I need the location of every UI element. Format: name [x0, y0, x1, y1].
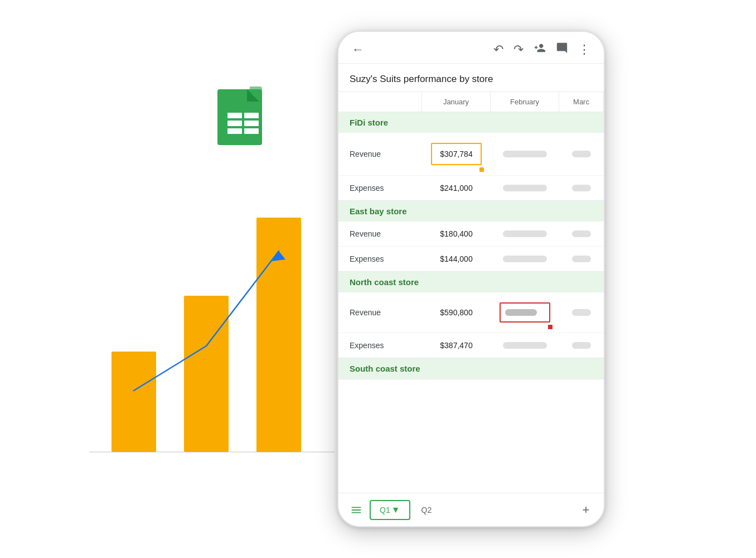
tab-q2[interactable]: Q2 — [413, 500, 441, 520]
placeholder-bar — [572, 151, 591, 157]
toolbar-right: ↶ ↷ ⋮ — [493, 42, 590, 57]
chevron-down-icon: ▼ — [391, 505, 400, 515]
store-header-fidi: FiDi store — [338, 112, 604, 133]
table-row: Expenses $387,470 — [338, 333, 604, 358]
placeholder-bar — [503, 256, 547, 262]
row-label-fidi-expenses: Expenses — [338, 176, 422, 200]
sheets-icon-cell — [227, 113, 242, 118]
sheets-icon-body — [217, 89, 262, 145]
toolbar: ← ↶ ↷ ⋮ — [338, 32, 604, 64]
back-icon[interactable]: ← — [352, 42, 364, 57]
selected-cell-red[interactable] — [500, 302, 550, 323]
row-placeholder-northcoast-expenses-mar[interactable] — [559, 334, 604, 357]
placeholder-bar — [572, 185, 591, 191]
selected-cell-yellow[interactable]: $307,784 — [431, 143, 482, 165]
phone-mockup: ← ↶ ↷ ⋮ Suzy's Suits performance by stor… — [337, 31, 605, 527]
placeholder-bar — [572, 256, 591, 262]
table-row: Revenue $307,784 — [338, 133, 604, 176]
row-placeholder-fidi-revenue-feb[interactable] — [491, 143, 559, 165]
sheets-icon-grid — [227, 113, 259, 134]
row-value-eastbay-expenses-jan[interactable]: $144,000 — [422, 247, 491, 271]
store-header-northcoast: North coast store — [338, 272, 604, 292]
col-header-march: Marc — [559, 92, 604, 112]
comment-icon[interactable] — [556, 42, 568, 57]
table-row: Revenue $590,800 — [338, 292, 604, 333]
resize-handle-yellow[interactable] — [479, 167, 484, 172]
bar-1 — [112, 352, 156, 452]
menu-icon[interactable] — [345, 499, 367, 521]
col-header-empty — [338, 92, 422, 112]
row-label-fidi-revenue: Revenue — [338, 142, 422, 166]
placeholder-bar — [503, 342, 547, 349]
row-placeholder-fidi-revenue-mar[interactable] — [559, 143, 604, 165]
row-label-northcoast-revenue: Revenue — [338, 300, 422, 325]
table-row: Revenue $180,400 — [338, 222, 604, 247]
sheets-icon-cell — [227, 128, 242, 134]
placeholder-bar — [572, 230, 591, 237]
row-placeholder-fidi-expenses-feb[interactable] — [491, 177, 559, 199]
redo-icon[interactable]: ↷ — [513, 42, 524, 57]
row-placeholder-eastbay-revenue-mar[interactable] — [559, 223, 604, 245]
row-value-fidi-expenses-jan[interactable]: $241,000 — [422, 176, 491, 200]
resize-handle-red[interactable] — [548, 325, 553, 329]
row-placeholder-eastbay-expenses-feb[interactable] — [491, 248, 559, 270]
row-placeholder-fidi-expenses-mar[interactable] — [559, 177, 604, 199]
sheets-icon-cell — [244, 121, 259, 126]
undo-icon[interactable]: ↶ — [493, 42, 503, 57]
tab-bar: Q1 ▼ Q2 + — [338, 493, 604, 526]
row-label-northcoast-expenses: Expenses — [338, 333, 422, 358]
sheets-icon-cell — [227, 121, 242, 126]
sheets-icon-wrapper — [215, 86, 265, 145]
toolbar-left: ← — [352, 42, 364, 57]
sheets-icon — [215, 86, 265, 145]
placeholder-bar — [503, 151, 547, 157]
row-label-eastbay-revenue: Revenue — [338, 222, 422, 246]
placeholder-bar — [505, 309, 537, 316]
add-person-icon[interactable] — [534, 42, 546, 57]
more-icon[interactable]: ⋮ — [578, 42, 590, 57]
store-section-eastbay: East bay store Revenue $180,400 Expenses… — [338, 201, 604, 272]
tab-q1[interactable]: Q1 ▼ — [370, 500, 410, 520]
row-label-eastbay-expenses: Expenses — [338, 247, 422, 271]
row-value-fidi-revenue-jan[interactable]: $307,784 — [422, 133, 491, 175]
placeholder-bar — [572, 309, 591, 316]
placeholder-bar — [503, 230, 547, 237]
row-placeholder-eastbay-expenses-mar[interactable] — [559, 248, 604, 270]
placeholder-bar — [572, 342, 591, 349]
col-headers: January February Marc — [338, 92, 604, 112]
placeholder-bar — [503, 185, 547, 191]
col-header-january: January — [422, 92, 491, 112]
add-tab-button[interactable]: + — [575, 499, 597, 521]
spreadsheet: Suzy's Suits performance by store Januar… — [338, 64, 604, 480]
row-value-northcoast-revenue-jan[interactable]: $590,800 — [422, 300, 491, 325]
store-header-southcoast: South coast store — [338, 358, 604, 379]
col-header-february: February — [491, 92, 559, 112]
sheets-icon-cell — [244, 128, 259, 134]
row-value-northcoast-expenses-jan[interactable]: $387,470 — [422, 333, 491, 358]
bar-chart-area — [56, 179, 346, 491]
store-section-northcoast: North coast store Revenue $590,800 — [338, 272, 604, 358]
sheets-icon-fold — [247, 89, 259, 102]
row-placeholder-northcoast-revenue-mar[interactable] — [559, 301, 604, 324]
store-section-southcoast: South coast store — [338, 358, 604, 379]
sheets-icon-cell — [244, 113, 259, 118]
row-placeholder-northcoast-revenue-feb[interactable] — [491, 292, 559, 333]
table-row: Expenses $144,000 — [338, 247, 604, 271]
table-row: Expenses $241,000 — [338, 176, 604, 200]
store-section-fidi: FiDi store Revenue $307,784 — [338, 112, 604, 201]
sheet-title: Suzy's Suits performance by store — [338, 64, 604, 92]
bar-chart-svg — [56, 179, 346, 491]
bar-2 — [184, 296, 229, 452]
row-value-eastbay-revenue-jan[interactable]: $180,400 — [422, 222, 491, 246]
row-placeholder-northcoast-expenses-feb[interactable] — [491, 334, 559, 357]
row-placeholder-eastbay-revenue-feb[interactable] — [491, 223, 559, 245]
store-header-eastbay: East bay store — [338, 201, 604, 222]
